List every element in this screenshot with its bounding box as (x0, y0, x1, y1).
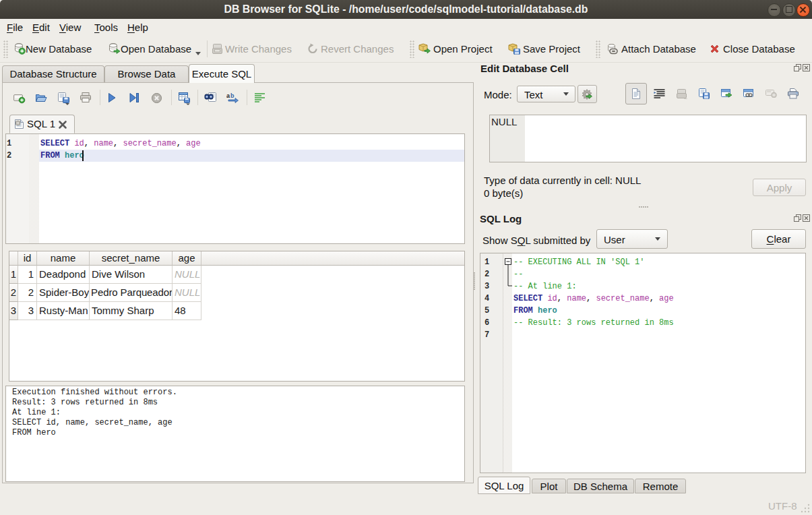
svg-text:b: b (230, 92, 235, 99)
